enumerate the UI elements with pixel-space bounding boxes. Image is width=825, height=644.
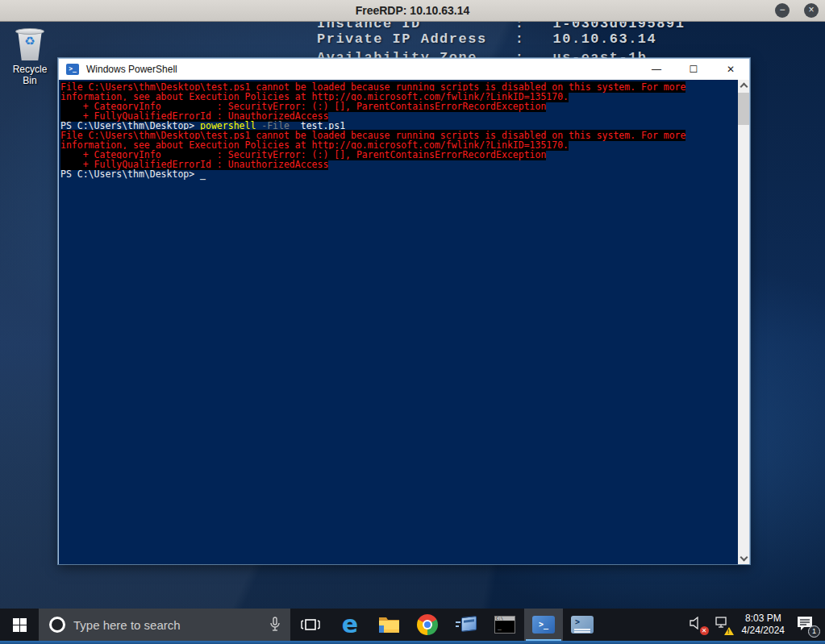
powershell-titlebar[interactable]: >_ Windows PowerShell — ☐ ✕: [59, 59, 749, 80]
taskbar-item-powershell-active[interactable]: >_: [524, 609, 563, 641]
window-minimize-button[interactable]: —: [638, 59, 675, 80]
taskbar: e C:\ _: [0, 609, 825, 641]
console-prompt-line: PS C:\Users\thm\Desktop> _: [60, 169, 736, 179]
recycle-bin-label: Recycle Bin: [5, 64, 55, 86]
cortana-icon: [49, 617, 65, 633]
powershell-window: >_ Windows PowerShell — ☐ ✕ File C:\User…: [58, 58, 750, 564]
clock-time: 8:03 PM: [742, 613, 785, 625]
console-output: File C:\Users\thm\Desktop\test.ps1 canno…: [60, 82, 736, 179]
freerdp-titlebar[interactable]: FreeRDP: 10.10.63.14 − ×: [0, 0, 825, 22]
taskbar-item-app-window[interactable]: [447, 609, 485, 641]
powershell-ise-icon: >: [571, 616, 594, 634]
scroll-down-arrow[interactable]: [738, 553, 749, 564]
taskbar-item-powershell-ise[interactable]: >: [563, 609, 602, 641]
window-close-button[interactable]: ✕: [712, 59, 749, 80]
recycle-bin-shortcut[interactable]: ♻ Recycle Bin: [5, 27, 55, 86]
command-prompt-icon: C:\ _: [494, 616, 515, 634]
freerdp-title: FreeRDP: 10.10.63.14: [0, 4, 825, 17]
taskbar-item-file-explorer[interactable]: [369, 609, 408, 641]
taskbar-clock[interactable]: 8:03 PM 4/24/2024: [742, 613, 785, 637]
desktop[interactable]: Instance ID : i-0303d0195891 Private IP …: [0, 22, 825, 609]
close-button[interactable]: ×: [804, 3, 819, 18]
volume-muted-button[interactable]: ✕: [690, 617, 704, 633]
recycle-bin-icon: ♻: [15, 27, 45, 62]
task-view-icon: [301, 617, 320, 632]
search-input[interactable]: [73, 618, 269, 632]
taskbar-item-chrome[interactable]: [408, 609, 447, 641]
powershell-app-icon: >_: [66, 64, 79, 75]
screen-bottom-edge: [0, 641, 825, 644]
taskbar-search[interactable]: [39, 609, 290, 641]
network-warning-badge: [724, 627, 734, 635]
mute-x-badge: ✕: [700, 626, 709, 635]
freerdp-session-window: FreeRDP: 10.10.63.14 − × Instance ID : i…: [0, 0, 825, 644]
network-status-button[interactable]: [715, 617, 730, 633]
wallpaper-instance-id-text: Instance ID : i-0303d0195891: [317, 22, 685, 31]
chrome-icon: [417, 614, 438, 635]
scroll-up-arrow[interactable]: [738, 80, 749, 91]
scrollbar-thumb[interactable]: [738, 93, 749, 125]
action-center-button[interactable]: 1: [796, 616, 814, 634]
taskbar-item-edge[interactable]: e: [331, 609, 369, 641]
powershell-window-title: Windows PowerShell: [86, 64, 177, 75]
powershell-icon: >_: [532, 616, 555, 634]
window-maximize-button[interactable]: ☐: [675, 59, 712, 80]
microphone-icon[interactable]: [269, 617, 281, 633]
text-cursor: _: [200, 168, 206, 180]
edge-icon: e: [342, 613, 358, 636]
task-view-button[interactable]: [290, 609, 331, 641]
clock-date: 4/24/2024: [742, 625, 785, 637]
app-window-icon: [456, 616, 477, 634]
scrollbar[interactable]: [738, 80, 749, 564]
wallpaper-private-ip-text: Private IP Address : 10.10.63.14: [317, 31, 656, 47]
notification-count-badge: 1: [808, 625, 820, 638]
minimize-button[interactable]: −: [775, 3, 790, 18]
file-explorer-icon: [378, 616, 400, 634]
windows-logo-icon: [13, 618, 27, 632]
powershell-console[interactable]: File C:\Users\thm\Desktop\test.ps1 canno…: [59, 80, 749, 564]
start-button[interactable]: [0, 609, 39, 641]
taskbar-item-command-prompt[interactable]: C:\ _: [485, 609, 524, 641]
